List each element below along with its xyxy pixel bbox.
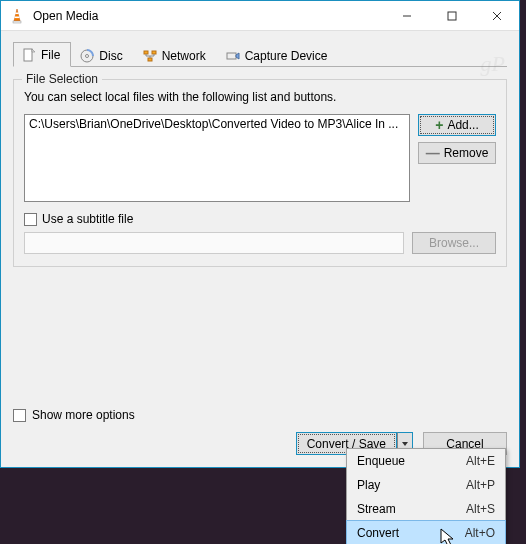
close-button[interactable] bbox=[474, 1, 519, 31]
tab-label: File bbox=[41, 48, 60, 62]
add-label: Add... bbox=[447, 118, 478, 132]
menu-shortcut: Alt+S bbox=[466, 502, 495, 516]
svg-marker-9 bbox=[32, 49, 35, 52]
capture-icon bbox=[226, 49, 240, 63]
plus-icon: + bbox=[435, 118, 443, 132]
svg-rect-3 bbox=[15, 16, 20, 18]
add-button[interactable]: + Add... bbox=[418, 114, 496, 136]
menu-shortcut: Alt+O bbox=[465, 526, 495, 540]
menu-shortcut: Alt+P bbox=[466, 478, 495, 492]
open-media-dialog: Open Media File Disc Network Capture Dev bbox=[0, 0, 520, 468]
browse-subtitle-button: Browse... bbox=[412, 232, 496, 254]
subtitle-path-input bbox=[24, 232, 404, 254]
svg-rect-12 bbox=[144, 51, 148, 54]
menu-shortcut: Alt+E bbox=[466, 454, 495, 468]
chevron-down-icon bbox=[401, 440, 409, 448]
svg-rect-5 bbox=[448, 12, 456, 20]
menu-item-enqueue[interactable]: Enqueue Alt+E bbox=[347, 449, 505, 473]
menu-item-stream[interactable]: Stream Alt+S bbox=[347, 497, 505, 521]
svg-rect-8 bbox=[24, 49, 32, 61]
tab-disc[interactable]: Disc bbox=[71, 42, 133, 67]
file-list-item[interactable]: C:\Users\Brian\OneDrive\Desktop\Converte… bbox=[29, 117, 398, 131]
svg-rect-1 bbox=[13, 21, 21, 23]
subtitle-checkbox[interactable] bbox=[24, 213, 37, 226]
browse-label: Browse... bbox=[429, 236, 479, 250]
show-more-checkbox[interactable] bbox=[13, 409, 26, 422]
mouse-cursor-icon bbox=[440, 528, 458, 544]
remove-label: Remove bbox=[444, 146, 489, 160]
tab-label: Network bbox=[162, 49, 206, 63]
svg-rect-13 bbox=[152, 51, 156, 54]
menu-item-play[interactable]: Play Alt+P bbox=[347, 473, 505, 497]
menu-label: Play bbox=[357, 478, 466, 492]
disc-icon bbox=[80, 49, 94, 63]
file-list[interactable]: C:\Users\Brian\OneDrive\Desktop\Converte… bbox=[24, 114, 410, 202]
file-selection-legend: File Selection bbox=[22, 72, 102, 86]
vlc-cone-icon bbox=[9, 8, 25, 24]
subtitle-checkbox-label: Use a subtitle file bbox=[42, 212, 133, 226]
menu-label: Enqueue bbox=[357, 454, 466, 468]
tab-capture[interactable]: Capture Device bbox=[217, 42, 339, 67]
minus-icon: — bbox=[426, 146, 440, 160]
network-icon bbox=[143, 49, 157, 63]
file-icon bbox=[22, 48, 36, 62]
file-selection-group: File Selection You can select local file… bbox=[13, 79, 507, 267]
tab-network[interactable]: Network bbox=[134, 42, 217, 67]
menu-label: Stream bbox=[357, 502, 466, 516]
maximize-button[interactable] bbox=[429, 1, 474, 31]
menu-item-convert[interactable]: Convert Alt+O bbox=[346, 520, 506, 544]
svg-rect-15 bbox=[227, 53, 236, 59]
tab-label: Capture Device bbox=[245, 49, 328, 63]
window-title: Open Media bbox=[33, 9, 384, 23]
titlebar: Open Media bbox=[1, 1, 519, 31]
remove-button[interactable]: — Remove bbox=[418, 142, 496, 164]
tabstrip: File Disc Network Capture Device bbox=[13, 41, 507, 67]
minimize-button[interactable] bbox=[384, 1, 429, 31]
convert-save-menu: Enqueue Alt+E Play Alt+P Stream Alt+S Co… bbox=[346, 448, 506, 544]
svg-marker-0 bbox=[14, 9, 20, 21]
svg-rect-2 bbox=[15, 12, 19, 14]
show-more-label: Show more options bbox=[32, 408, 135, 422]
svg-marker-18 bbox=[441, 529, 453, 544]
svg-point-11 bbox=[86, 54, 89, 57]
tab-file[interactable]: File bbox=[13, 42, 71, 67]
file-selection-hint: You can select local files with the foll… bbox=[24, 90, 496, 104]
tab-label: Disc bbox=[99, 49, 122, 63]
svg-rect-14 bbox=[148, 58, 152, 61]
svg-marker-17 bbox=[402, 442, 408, 446]
